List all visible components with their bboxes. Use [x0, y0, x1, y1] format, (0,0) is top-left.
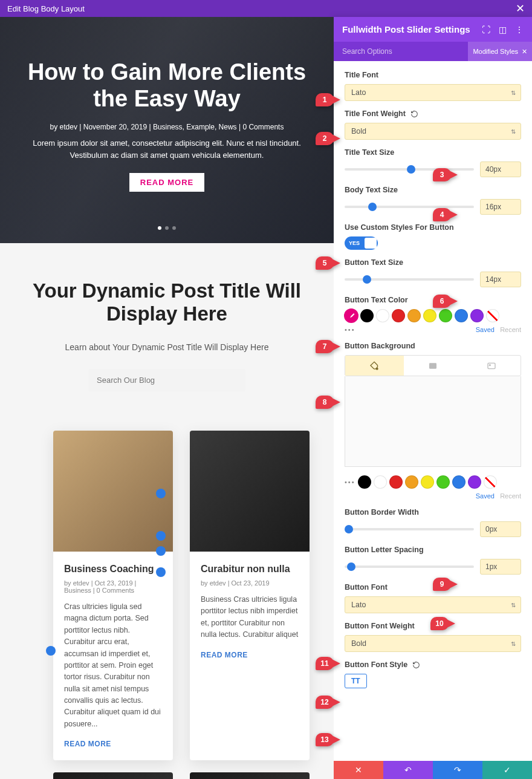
color-swatch[interactable]: [423, 309, 436, 322]
button-text-size-slider[interactable]: [345, 278, 474, 281]
color-swatch-none[interactable]: [484, 475, 497, 489]
callout-6: 6: [433, 295, 451, 308]
button-letter-spacing-value[interactable]: 1px: [480, 559, 521, 575]
color-swatch[interactable]: [421, 475, 434, 489]
callout-10: 10: [430, 617, 449, 630]
menu-icon[interactable]: ⋮: [515, 25, 524, 34]
title-text-size-value[interactable]: 40px: [480, 161, 521, 177]
callout-1: 1: [316, 93, 334, 106]
bg-gradient-tab[interactable]: [404, 356, 462, 376]
undo-button[interactable]: ↶: [383, 761, 433, 779]
more-colors-icon[interactable]: •••: [345, 326, 355, 333]
color-swatch[interactable]: [436, 475, 450, 489]
layout-icon[interactable]: ◫: [499, 25, 507, 34]
color-swatch[interactable]: [407, 309, 421, 322]
custom-button-toggle[interactable]: YES: [345, 236, 378, 250]
color-swatch[interactable]: [439, 309, 452, 322]
post-card[interactable]: Curabitur non nulla by etdev | Oct 23, 2…: [190, 431, 310, 760]
callout-12: 12: [316, 696, 334, 709]
button-text-size-value[interactable]: 14px: [480, 272, 521, 287]
card-text: Cras ultricies ligula sed magna dictum p…: [64, 601, 162, 730]
color-picker-icon[interactable]: [345, 309, 358, 322]
slider-dots[interactable]: [156, 221, 178, 232]
panel-title: Fullwidth Post Slider Settings: [342, 24, 470, 34]
saved-colors-tab[interactable]: Saved: [476, 492, 495, 500]
button-font-weight-select[interactable]: Bold: [345, 635, 521, 652]
font-style-uppercase-button[interactable]: TT: [345, 674, 367, 688]
card-readmore[interactable]: READ MORE: [201, 651, 299, 659]
callout-7: 7: [316, 340, 334, 353]
more-colors-icon[interactable]: •••: [345, 478, 355, 486]
label-body-text-size: Body Text Size: [345, 186, 521, 194]
color-swatch[interactable]: [405, 475, 418, 489]
bg-image-tab[interactable]: [462, 356, 521, 376]
button-border-width-slider[interactable]: [345, 528, 474, 530]
bg-color-tab[interactable]: [345, 356, 404, 376]
label-button-border-width: Button Border Width: [345, 508, 521, 517]
card-image: [190, 431, 310, 552]
body-text-size-value[interactable]: 16px: [480, 199, 521, 215]
bg-preview[interactable]: [345, 376, 521, 467]
post-card[interactable]: [190, 772, 310, 779]
title-font-weight-select[interactable]: Bold: [345, 123, 521, 140]
callout-2: 2: [316, 132, 334, 145]
title-font-select[interactable]: Lato: [345, 84, 521, 101]
svg-point-0: [377, 368, 378, 370]
body-text-size-slider[interactable]: [345, 206, 474, 208]
color-swatch[interactable]: [376, 309, 389, 322]
card-title: Business Coaching: [64, 564, 162, 575]
button-font-select[interactable]: Lato: [345, 596, 521, 613]
edit-icon[interactable]: [46, 646, 56, 656]
section-title: Your Dynamic Post Title Will Display Her…: [24, 279, 310, 325]
close-icon[interactable]: ✕: [516, 2, 525, 15]
callout-8: 8: [316, 396, 334, 409]
card-text: Business Cras ultricies ligula porttitor…: [201, 594, 299, 641]
color-swatch[interactable]: [360, 309, 374, 322]
color-swatch[interactable]: [392, 309, 405, 322]
hero-readmore-button[interactable]: READ MORE: [129, 173, 204, 192]
hero-title: How to Gain More Clients the Easy Way: [24, 59, 310, 112]
label-title-text-size: Title Text Size: [345, 148, 521, 157]
callout-3: 3: [433, 168, 451, 181]
button-border-width-value[interactable]: 0px: [480, 521, 521, 537]
card-readmore[interactable]: READ MORE: [64, 740, 162, 748]
redo-button[interactable]: ↷: [433, 761, 482, 779]
callout-5: 5: [316, 256, 334, 270]
expand-icon[interactable]: ⛶: [482, 25, 490, 34]
recent-colors-tab[interactable]: Recent: [500, 492, 521, 500]
color-swatch[interactable]: [455, 309, 468, 322]
search-options-input[interactable]: [334, 47, 468, 56]
color-swatch[interactable]: [470, 309, 484, 322]
recent-colors-tab[interactable]: Recent: [500, 326, 521, 333]
callout-4: 4: [433, 208, 451, 221]
button-letter-spacing-slider[interactable]: [345, 566, 474, 568]
section-subtitle: Learn about Your Dynamic Post Title Will…: [24, 342, 310, 352]
callout-13: 13: [316, 733, 334, 746]
color-swatch[interactable]: [374, 475, 387, 489]
save-button[interactable]: ✓: [482, 761, 532, 779]
post-card[interactable]: Business Coaching by etdev | Oct 23, 201…: [53, 431, 173, 760]
edit-icon[interactable]: [156, 531, 166, 541]
color-swatch[interactable]: [452, 475, 465, 489]
color-swatch[interactable]: [389, 475, 403, 489]
edit-icon[interactable]: [156, 489, 166, 498]
color-swatch[interactable]: [358, 475, 371, 489]
reset-icon[interactable]: [412, 661, 420, 669]
reset-icon[interactable]: [410, 110, 418, 118]
card-meta: by etdev | Oct 23, 2019: [201, 579, 299, 587]
cancel-button[interactable]: ✕: [334, 761, 383, 779]
bg-type-tabs[interactable]: [345, 355, 521, 376]
color-swatch-none[interactable]: [486, 309, 499, 322]
edit-icon[interactable]: [156, 567, 166, 577]
label-button-letter-spacing: Button Letter Spacing: [345, 546, 521, 554]
blog-search-input[interactable]: [88, 369, 245, 391]
label-button-text-size: Button Text Size: [345, 258, 521, 267]
clear-tag-icon[interactable]: ✕: [522, 48, 527, 56]
edit-icon[interactable]: [156, 546, 166, 556]
modified-styles-tag[interactable]: Modified Styles✕: [468, 42, 532, 61]
color-swatch[interactable]: [468, 475, 481, 489]
card-image: [53, 431, 173, 552]
post-card[interactable]: [53, 772, 173, 779]
hero-meta: by etdev | November 20, 2019 | Business,…: [24, 123, 310, 131]
saved-colors-tab[interactable]: Saved: [476, 326, 495, 333]
